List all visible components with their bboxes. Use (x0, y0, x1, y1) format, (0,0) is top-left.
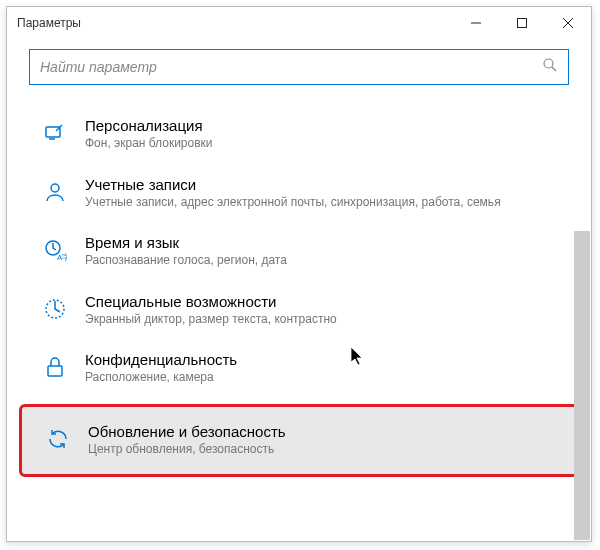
item-time-language[interactable]: A字 Время и язык Распознавание голоса, ре… (7, 222, 591, 281)
search-icon (542, 57, 558, 77)
item-title: Учетные записи (85, 176, 569, 193)
search-container (7, 39, 591, 91)
item-desc: Центр обновления, безопасность (88, 442, 566, 458)
item-update-security[interactable]: Обновление и безопасность Центр обновлен… (19, 404, 579, 477)
search-input[interactable] (40, 59, 542, 75)
accounts-icon (43, 180, 67, 204)
item-text: Персонализация Фон, экран блокировки (85, 117, 569, 152)
svg-rect-1 (518, 19, 527, 28)
item-accessibility[interactable]: Специальные возможности Экранный диктор,… (7, 281, 591, 340)
scrollbar[interactable] (574, 231, 590, 540)
close-button[interactable] (545, 7, 591, 39)
item-title: Время и язык (85, 234, 569, 251)
item-desc: Распознавание голоса, регион, дата (85, 253, 569, 269)
item-title: Специальные возможности (85, 293, 569, 310)
svg-text:A字: A字 (57, 253, 67, 262)
settings-list: Персонализация Фон, экран блокировки Уче… (7, 91, 591, 477)
lock-icon (43, 355, 67, 379)
item-desc: Учетные записи, адрес электронной почты,… (85, 195, 569, 211)
svg-point-9 (51, 184, 59, 192)
item-privacy[interactable]: Конфиденциальность Расположение, камера (7, 339, 591, 398)
minimize-button[interactable] (453, 7, 499, 39)
window-title: Параметры (17, 16, 453, 30)
sync-icon (46, 427, 70, 451)
item-title: Персонализация (85, 117, 569, 134)
item-desc: Расположение, камера (85, 370, 569, 386)
maximize-button[interactable] (499, 7, 545, 39)
item-desc: Фон, экран блокировки (85, 136, 569, 152)
svg-line-5 (552, 67, 556, 71)
item-text: Специальные возможности Экранный диктор,… (85, 293, 569, 328)
titlebar: Параметры (7, 7, 591, 39)
item-desc: Экранный диктор, размер текста, контраст… (85, 312, 569, 328)
item-title: Обновление и безопасность (88, 423, 566, 440)
item-text: Конфиденциальность Расположение, камера (85, 351, 569, 386)
item-personalization[interactable]: Персонализация Фон, экран блокировки (7, 105, 591, 164)
item-text: Время и язык Распознавание голоса, регио… (85, 234, 569, 269)
time-language-icon: A字 (43, 238, 67, 262)
item-text: Обновление и безопасность Центр обновлен… (88, 423, 566, 458)
item-text: Учетные записи Учетные записи, адрес эле… (85, 176, 569, 211)
settings-window: Параметры Персонализаци (6, 6, 592, 542)
window-controls (453, 7, 591, 39)
search-box[interactable] (29, 49, 569, 85)
svg-rect-13 (48, 366, 62, 376)
svg-point-4 (544, 59, 553, 68)
personalization-icon (43, 121, 67, 145)
accessibility-icon (43, 297, 67, 321)
item-accounts[interactable]: Учетные записи Учетные записи, адрес эле… (7, 164, 591, 223)
item-title: Конфиденциальность (85, 351, 569, 368)
svg-line-7 (56, 125, 62, 131)
